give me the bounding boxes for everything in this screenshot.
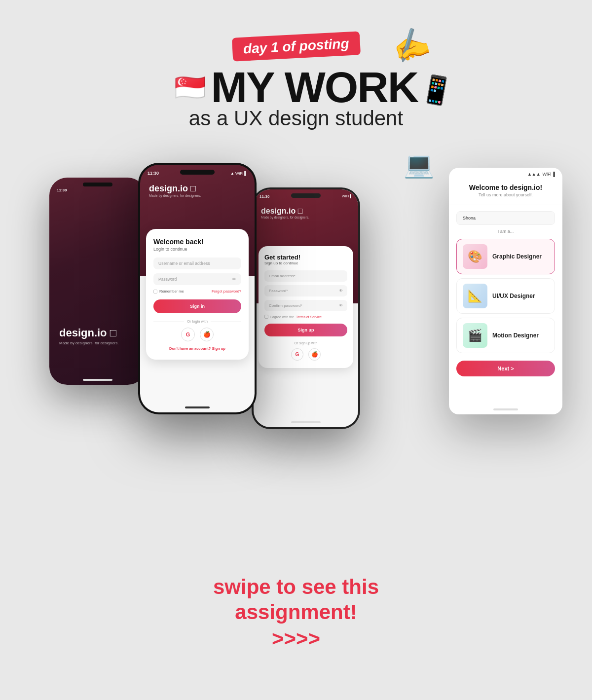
phone-3-logo-area: design.io □ Made by designers, for desig… bbox=[261, 207, 309, 219]
phone-2-status-icons: ▲ WiFi ▌ bbox=[230, 171, 247, 176]
terms-checkbox[interactable] bbox=[264, 315, 268, 319]
phone-1-time: 11:30 bbox=[57, 188, 67, 192]
phone-1-home-indicator bbox=[83, 379, 112, 381]
i-am-a-label: I am a... bbox=[449, 229, 562, 234]
phone-2-tagline: Made by designers, for designers. bbox=[149, 194, 201, 197]
email-field[interactable]: Email address* bbox=[264, 270, 347, 282]
phone-2-home-indicator bbox=[185, 406, 210, 408]
username-field[interactable]: Username or email address bbox=[153, 258, 241, 269]
role-selection-header: Welcome to design.io! Tell us more about… bbox=[449, 179, 562, 205]
phone-2-inner: 11:30 ▲ WiFi ▌ design.io □ Made by desig… bbox=[140, 165, 255, 412]
or-divider: Or login with bbox=[153, 319, 241, 324]
phone-4-role-selection: ▲▲▲ WiFi ▌ Welcome to design.io! Tell us… bbox=[449, 168, 562, 414]
graphic-designer-label: Graphic Designer bbox=[492, 253, 542, 260]
signup-password-field[interactable]: Password* 👁 bbox=[264, 285, 347, 296]
no-account-text: Don't have an account? Sign up bbox=[153, 346, 241, 351]
sign-in-button[interactable]: Sign in bbox=[153, 299, 241, 313]
name-input[interactable]: Shona bbox=[456, 211, 555, 225]
phone-1-splash: 11:30 design.io □ Made by designers, for… bbox=[49, 178, 146, 385]
login-card: Welcome back! Login to continue Username… bbox=[146, 229, 249, 360]
phone-1-tagline: Made by designers, for designers. bbox=[59, 341, 119, 345]
swipe-arrows: >>>> bbox=[0, 627, 592, 651]
social-signup-buttons: G 🍎 bbox=[264, 348, 347, 361]
remember-me-label: Remember me bbox=[159, 289, 184, 294]
bottom-cta: swipe to see thisassignment! >>>> bbox=[0, 575, 592, 651]
day-badge-container: day 1 of posting bbox=[232, 35, 360, 58]
phone-3-inner: 11:30 WiFi ▌ design.io □ Made by designe… bbox=[254, 189, 358, 427]
phone-4-wifi-icon: WiFi bbox=[543, 172, 552, 177]
google-signup-button[interactable]: G bbox=[291, 348, 303, 361]
phone-1-notch bbox=[83, 183, 112, 186]
signup-button[interactable]: Sign up bbox=[264, 324, 347, 336]
signup-subtitle: Sign up to continue bbox=[264, 261, 347, 265]
phone-2-login: 11:30 ▲ WiFi ▌ design.io □ Made by desig… bbox=[138, 163, 257, 414]
password-field[interactable]: Password 👁 bbox=[153, 273, 241, 285]
forgot-password-link[interactable]: Forgot password? bbox=[212, 289, 241, 294]
or-signup-divider: Or sign up with bbox=[264, 341, 347, 345]
ux-designer-card[interactable]: 📐 UI/UX Designer bbox=[456, 278, 555, 314]
phone-3-status-icons: WiFi ▌ bbox=[342, 194, 352, 199]
role-selection-title: Welcome to design.io! bbox=[459, 184, 553, 191]
header: day 1 of posting 🇸🇬 MY WORK as a UX desi… bbox=[0, 0, 592, 130]
phone-1-logo: design.io □ bbox=[59, 327, 119, 339]
phone-3-home-indicator bbox=[291, 421, 321, 423]
phone-3-status: 11:30 WiFi ▌ bbox=[259, 194, 352, 199]
phone-2-logo: design.io □ bbox=[149, 184, 201, 194]
phone-decorative-icon: 📱 bbox=[417, 72, 456, 109]
subtitle: as a UX design student bbox=[0, 107, 592, 130]
graphic-designer-illustration: 🎨 bbox=[463, 244, 487, 269]
phone-4-home-indicator bbox=[493, 408, 518, 410]
remember-checkbox[interactable] bbox=[153, 290, 157, 294]
phone-2-logo-area: design.io □ Made by designers, for desig… bbox=[149, 184, 201, 197]
phones-area: 11:30 design.io □ Made by designers, for… bbox=[0, 163, 592, 498]
hand-icon: ✍️ bbox=[387, 22, 434, 67]
motion-designer-card[interactable]: 🎬 Motion Designer bbox=[456, 318, 555, 353]
phone-3-signup: 11:30 WiFi ▌ design.io □ Made by designe… bbox=[252, 187, 360, 429]
phone-4-signal-icon: ▲▲▲ bbox=[527, 172, 541, 177]
flag-icon: 🇸🇬 bbox=[174, 73, 206, 103]
swipe-text: swipe to see thisassignment! bbox=[0, 575, 592, 625]
signup-card: Get started! Sign up to continue Email a… bbox=[259, 246, 353, 368]
phone-2-time: 11:30 bbox=[148, 171, 159, 176]
terms-link[interactable]: Terms of Service bbox=[296, 315, 322, 319]
signup-title: Get started! bbox=[264, 254, 347, 261]
sign-up-link[interactable]: Sign up bbox=[212, 346, 225, 351]
role-selection-subtitle: Tell us more about yourself. bbox=[459, 192, 553, 197]
title-row: 🇸🇬 MY WORK bbox=[0, 66, 592, 109]
phone-3-tagline: Made by designers, for designers. bbox=[261, 216, 309, 219]
phone-3-logo: design.io □ bbox=[261, 207, 309, 216]
day-badge: day 1 of posting bbox=[232, 31, 361, 61]
main-title: MY WORK bbox=[211, 66, 418, 109]
ux-designer-illustration: 📐 bbox=[463, 284, 487, 308]
social-login-buttons: G 🍎 bbox=[153, 328, 241, 341]
phone-1-content: design.io □ Made by designers, for desig… bbox=[59, 327, 119, 345]
motion-designer-illustration: 🎬 bbox=[463, 323, 487, 348]
login-subtitle: Login to continue bbox=[153, 247, 241, 252]
confirm-password-field[interactable]: Confirm password* 👁 bbox=[264, 300, 347, 311]
apple-signup-button[interactable]: 🍎 bbox=[308, 348, 321, 361]
graphic-designer-card[interactable]: 🎨 Graphic Designer bbox=[456, 239, 555, 274]
motion-designer-label: Motion Designer bbox=[492, 332, 539, 339]
apple-login-button[interactable]: 🍎 bbox=[200, 328, 214, 341]
phone-3-time: 11:30 bbox=[259, 194, 269, 199]
google-login-button[interactable]: G bbox=[181, 328, 195, 341]
ux-designer-label: UI/UX Designer bbox=[492, 293, 535, 299]
remember-me-row: Remember me bbox=[153, 289, 184, 294]
phone-4-status-bar: ▲▲▲ WiFi ▌ bbox=[449, 168, 562, 179]
terms-row: I agree with the Terms of Service bbox=[264, 315, 347, 319]
next-button[interactable]: Next > bbox=[456, 361, 555, 376]
login-title: Welcome back! bbox=[153, 238, 241, 246]
remember-forgot-row: Remember me Forgot password? bbox=[153, 289, 241, 294]
phone-4-battery-icon: ▌ bbox=[554, 172, 556, 177]
phone-2-status-bar: 11:30 ▲ WiFi ▌ bbox=[148, 171, 247, 176]
laptop-icon: 💻 bbox=[404, 150, 434, 179]
